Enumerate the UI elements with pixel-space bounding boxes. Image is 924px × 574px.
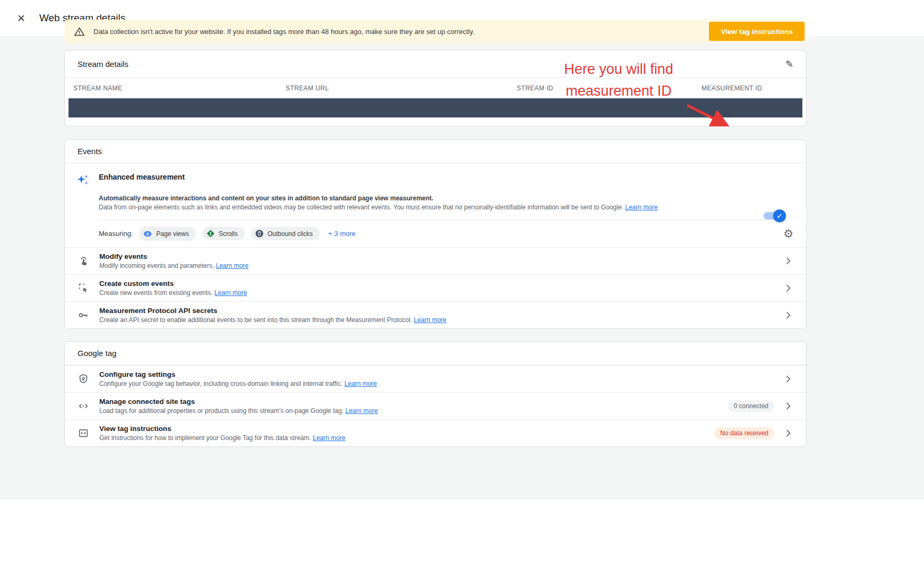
- chip-scrolls: Scrolls: [202, 227, 245, 240]
- mouse-icon: [255, 229, 264, 238]
- configure-tag-settings-learn-more-link[interactable]: Learn more: [344, 380, 377, 387]
- shield-tag-icon: [78, 373, 99, 385]
- enhanced-measurement-learn-more-link[interactable]: Learn more: [625, 204, 657, 211]
- chevron-right-icon[interactable]: [783, 310, 793, 320]
- enhanced-measurement-desc: Data from on-page elements such as links…: [99, 203, 793, 212]
- google-tag-title: Google tag: [78, 349, 116, 358]
- enhanced-measurement-title: Enhanced measurement: [99, 173, 793, 181]
- chevron-right-icon[interactable]: [783, 428, 793, 438]
- events-card: Events Enhanced measurement Automaticall…: [64, 139, 807, 329]
- manage-connected-site-tags-learn-more-link[interactable]: Learn more: [345, 407, 378, 415]
- column-measurement-id: MEASUREMENT ID: [701, 85, 806, 92]
- key-icon: [78, 309, 99, 321]
- create-custom-events-title: Create custom events: [99, 280, 774, 288]
- code-box-icon: [78, 427, 99, 439]
- events-title: Events: [78, 147, 102, 156]
- chevron-right-icon[interactable]: [783, 401, 793, 411]
- toggle-knob-check-icon: ✓: [773, 209, 786, 222]
- chip-page-views: Page views: [139, 227, 195, 241]
- configure-tag-settings-row[interactable]: Configure tag settings Configure your Go…: [65, 365, 806, 392]
- annotation-text: Here you will find measurement ID: [534, 58, 704, 102]
- modify-events-title: Modify events: [99, 252, 774, 260]
- annotation-arrow: [684, 102, 733, 130]
- enhanced-measurement-desc-bold: Automatically measure interactions and c…: [99, 194, 793, 203]
- connected-count-badge: 0 connected: [728, 400, 774, 412]
- close-icon[interactable]: ✕: [17, 13, 25, 23]
- api-secrets-learn-more-link[interactable]: Learn more: [414, 316, 446, 324]
- view-tag-instructions-desc: Get instructions for how to implement yo…: [99, 434, 708, 442]
- manage-connected-site-tags-desc: Load tags for additional properties or p…: [99, 407, 722, 415]
- column-stream-url: STREAM URL: [286, 85, 517, 92]
- google-tag-card-header: Google tag: [65, 342, 806, 365]
- warning-icon: [74, 26, 85, 37]
- modify-events-row[interactable]: Modify events Modify incoming events and…: [65, 247, 806, 274]
- chevron-right-icon[interactable]: [783, 283, 793, 293]
- chevron-right-icon[interactable]: [783, 256, 793, 266]
- events-card-header: Events: [65, 140, 806, 163]
- more-chips-link[interactable]: + 3 more: [328, 230, 356, 238]
- measuring-row: Measuring: Page views Scrolls: [99, 220, 793, 247]
- touch-icon: [78, 255, 99, 267]
- view-tag-instructions-row[interactable]: View tag instructions Get instructions f…: [65, 419, 806, 446]
- manage-connected-site-tags-row[interactable]: Manage connected site tags Load tags for…: [65, 392, 806, 419]
- no-data-received-badge: No data received: [714, 427, 774, 439]
- chip-outbound-clicks: Outbound clicks: [251, 227, 320, 240]
- measurement-protocol-api-secrets-row[interactable]: Measurement Protocol API secrets Create …: [65, 301, 806, 328]
- data-collection-warning-banner: Data collection isn't active for your we…: [64, 20, 807, 43]
- connected-tags-icon: [78, 400, 99, 412]
- enhanced-measurement-section: Enhanced measurement Automatically measu…: [65, 163, 806, 220]
- modify-events-desc: Modify incoming events and parameters. L…: [99, 262, 774, 269]
- chevron-right-icon[interactable]: [783, 374, 793, 384]
- modify-events-learn-more-link[interactable]: Learn more: [216, 262, 248, 269]
- manage-connected-site-tags-title: Manage connected site tags: [99, 398, 722, 406]
- sparkles-icon: [75, 173, 90, 190]
- edit-pencil-icon[interactable]: ✎: [785, 58, 793, 70]
- view-tag-instructions-title: View tag instructions: [99, 425, 708, 433]
- configure-tag-settings-desc: Configure your Google tag behavior, incl…: [99, 380, 774, 387]
- warning-message: Data collection isn't active for your we…: [93, 28, 475, 36]
- api-secrets-desc: Create an API secret to enable additiona…: [99, 316, 774, 324]
- configure-tag-settings-title: Configure tag settings: [99, 370, 774, 378]
- measuring-label: Measuring:: [99, 230, 133, 238]
- create-custom-events-row[interactable]: Create custom events Create new events f…: [65, 274, 806, 301]
- create-custom-events-desc: Create new events from existing events. …: [99, 289, 774, 297]
- select-cursor-icon: [78, 282, 99, 294]
- create-custom-events-learn-more-link[interactable]: Learn more: [215, 289, 247, 297]
- view-tag-instructions-button[interactable]: View tag instructions: [709, 22, 805, 41]
- google-tag-card: Google tag Configure tag settings Config…: [64, 341, 807, 447]
- scroll-arrows-icon: [206, 229, 215, 238]
- column-stream-name: STREAM NAME: [73, 85, 286, 92]
- stream-details-title: Stream details: [78, 60, 129, 69]
- api-secrets-title: Measurement Protocol API secrets: [99, 307, 774, 315]
- enhanced-measurement-toggle[interactable]: ✓: [764, 210, 785, 222]
- gear-icon[interactable]: ⚙: [783, 227, 793, 240]
- view-tag-instructions-learn-more-link[interactable]: Learn more: [313, 434, 345, 442]
- eye-icon: [143, 229, 152, 239]
